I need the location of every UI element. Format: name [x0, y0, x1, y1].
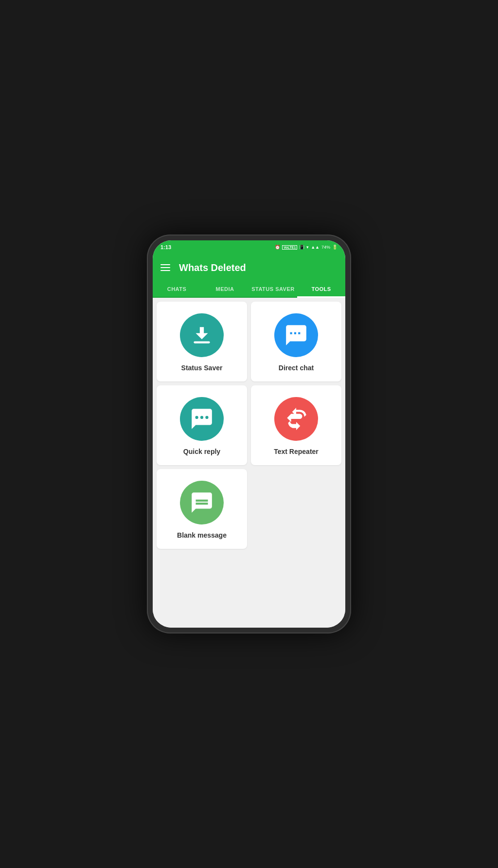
direct-chat-card[interactable]: Direct chat — [251, 302, 341, 381]
status-saver-card[interactable]: Status Saver — [157, 302, 247, 381]
blank-icon — [190, 490, 214, 515]
tab-status-saver[interactable]: STATUS SAVER — [249, 281, 297, 297]
tools-grid: Status Saver Direct chat — [157, 302, 341, 549]
download-icon — [190, 323, 214, 347]
tab-media[interactable]: MEDIA — [201, 281, 249, 297]
text-repeater-card[interactable]: Text Repeater — [251, 385, 341, 465]
signal-icon: ▲▲ — [311, 245, 320, 250]
empty-cell — [251, 469, 341, 549]
tools-content: Status Saver Direct chat — [153, 298, 345, 628]
menu-button[interactable] — [160, 264, 170, 271]
status-saver-icon-circle — [180, 313, 224, 357]
tab-bar: CHATS MEDIA STATUS SAVER TOOLS — [153, 281, 345, 298]
status-saver-label: Status Saver — [181, 364, 223, 372]
blank-message-icon-circle — [180, 481, 224, 524]
phone-screen: 1:13 ⏰ VoLTE1 📳 ▾ ▲▲ 74% 🔋 Whats Deleted… — [153, 240, 345, 628]
status-icons: ⏰ VoLTE1 📳 ▾ ▲▲ 74% 🔋 — [275, 245, 338, 250]
battery-icon: 🔋 — [332, 245, 338, 250]
quick-reply-icon-circle — [180, 397, 224, 441]
tab-chats[interactable]: CHATS — [153, 281, 201, 297]
phone-frame: 1:13 ⏰ VoLTE1 📳 ▾ ▲▲ 74% 🔋 Whats Deleted… — [147, 235, 351, 633]
quick-reply-label: Quick reply — [183, 448, 220, 455]
quick-reply-card[interactable]: Quick reply — [157, 385, 247, 465]
app-bar: Whats Deleted — [153, 254, 345, 281]
blank-message-label: Blank message — [177, 531, 227, 539]
wifi-icon: ▾ — [306, 245, 309, 250]
blank-message-card[interactable]: Blank message — [157, 469, 247, 549]
svg-rect-0 — [194, 342, 210, 344]
volte-icon: VoLTE1 — [282, 245, 297, 250]
direct-chat-label: Direct chat — [279, 364, 314, 372]
chat-icon — [284, 323, 308, 347]
battery-level: 74% — [321, 245, 330, 250]
direct-chat-icon-circle — [274, 313, 318, 357]
repeat-icon — [284, 407, 308, 431]
alarm-icon: ⏰ — [275, 245, 280, 250]
status-time: 1:13 — [160, 244, 171, 250]
vibrate-icon: 📳 — [299, 245, 304, 250]
quick-reply-icon — [190, 407, 214, 431]
text-repeater-icon-circle — [274, 397, 318, 441]
text-repeater-label: Text Repeater — [274, 448, 319, 455]
app-title: Whats Deleted — [179, 262, 246, 273]
status-bar: 1:13 ⏰ VoLTE1 📳 ▾ ▲▲ 74% 🔋 — [153, 240, 345, 254]
tab-tools[interactable]: TOOLS — [297, 281, 345, 297]
